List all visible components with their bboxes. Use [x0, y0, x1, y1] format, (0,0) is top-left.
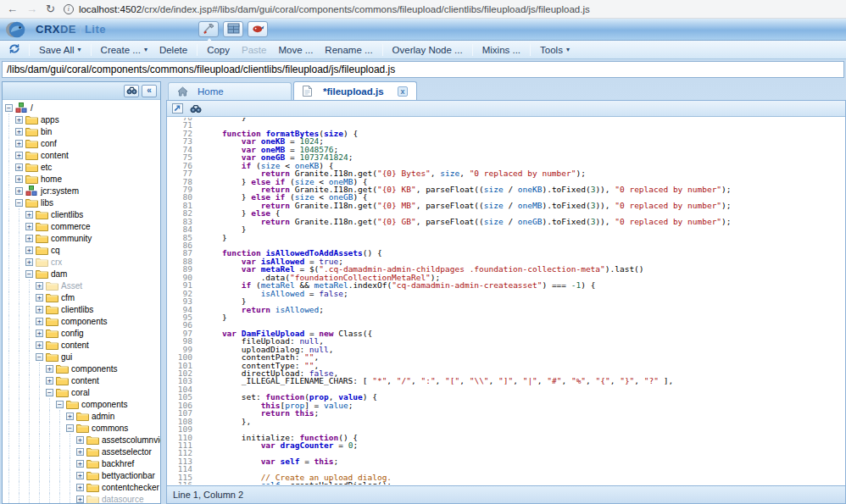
copy-button[interactable]: Copy	[201, 43, 236, 57]
tree-node-backhref[interactable]: +backhref	[3, 457, 160, 469]
expand-icon[interactable]: +	[76, 436, 84, 444]
expand-icon[interactable]: +	[25, 235, 33, 242]
info-icon[interactable]: i	[64, 4, 74, 14]
expand-icon[interactable]: +	[25, 223, 33, 230]
tree-node-etc[interactable]: +etc	[3, 161, 160, 173]
collapse-icon[interactable]: −	[46, 389, 53, 396]
tree-node-bettyactionbar[interactable]: +bettyactionbar	[3, 469, 160, 481]
expand-icon[interactable]: +	[25, 258, 33, 266]
reload-icon[interactable]: ↻	[46, 3, 55, 14]
tree-node-clientlibs[interactable]: +clientlibs	[3, 208, 160, 220]
tools-button[interactable]: Tools▾	[534, 43, 576, 57]
delete-button[interactable]: Delete	[153, 43, 193, 57]
expand-icon[interactable]: +	[15, 140, 23, 147]
tree-node-crx[interactable]: +crx	[3, 256, 160, 268]
url-field[interactable]: i localhost:4502/crx/de/index.jsp#/libs/…	[64, 2, 839, 17]
tree-node-apps[interactable]: +apps	[3, 114, 160, 125]
package-manager-button[interactable]	[223, 21, 243, 37]
node-path-input[interactable]	[2, 61, 844, 78]
tree-node-conf[interactable]: +conf	[3, 137, 160, 149]
package-share-button[interactable]	[248, 21, 268, 37]
back-icon[interactable]: ←	[7, 3, 18, 14]
collapse-icon[interactable]: −	[15, 199, 23, 207]
expand-icon[interactable]: +	[15, 116, 23, 124]
tree-node-assetscolumnview[interactable]: +assetscolumnview	[3, 434, 160, 446]
expand-icon[interactable]: +	[66, 413, 74, 420]
tree-node-config[interactable]: +config	[3, 327, 160, 339]
refresh-icon[interactable]	[5, 42, 24, 57]
close-icon[interactable]: x	[398, 86, 408, 97]
expand-icon[interactable]: +	[36, 282, 43, 290]
tree-node-datasource[interactable]: +datasource	[3, 493, 160, 503]
expand-icon[interactable]: +	[76, 484, 84, 491]
tree-indent-guide	[8, 410, 15, 422]
tree-indent-guide	[19, 303, 25, 315]
expand-icon[interactable]: +	[36, 294, 43, 302]
expand-icon[interactable]: +	[15, 152, 23, 159]
tree-node-content[interactable]: +content	[3, 149, 160, 161]
expand-icon[interactable]: +	[36, 306, 43, 313]
document-action-icon[interactable]	[170, 102, 185, 115]
tree-node-clientlibs[interactable]: +clientlibs	[3, 303, 160, 315]
tree-node-jcr-system[interactable]: +jcr:system	[3, 185, 160, 197]
mixins-button[interactable]: Mixins ...	[476, 43, 526, 57]
find-icon[interactable]	[188, 102, 203, 115]
move-button[interactable]: Move ...	[272, 43, 319, 57]
search-icon[interactable]	[124, 85, 139, 97]
expand-icon[interactable]: +	[25, 246, 33, 254]
tree-node-libs[interactable]: −libs	[3, 197, 160, 208]
tree-node-gui[interactable]: −gui	[3, 351, 160, 363]
overlay-node-button[interactable]: Overlay Node ...	[387, 43, 469, 57]
collapse-icon[interactable]: −	[5, 104, 13, 112]
create-button[interactable]: Create ...▾	[95, 43, 153, 57]
tree-node-admin[interactable]: +admin	[3, 410, 160, 422]
expand-icon[interactable]: +	[76, 448, 84, 456]
folder-icon	[25, 197, 38, 208]
page-url[interactable]: localhost:4502/crx/de/index.jsp#/libs/da…	[79, 4, 590, 14]
expand-icon[interactable]: +	[46, 377, 53, 385]
tree-node-home[interactable]: +home	[3, 173, 160, 185]
tree-node-commerce[interactable]: +commerce	[3, 220, 160, 232]
tree-node-content[interactable]: +content	[3, 374, 160, 386]
crxde-mode-button[interactable]	[198, 21, 219, 37]
expand-icon[interactable]: +	[36, 330, 43, 337]
tree-node-cfm[interactable]: +cfm	[3, 291, 160, 303]
code-editor[interactable]: 70 }7172 function formatBytes(size) {73 …	[167, 118, 845, 485]
paste-button[interactable]: Paste	[236, 43, 272, 57]
tree-node-dam[interactable]: −dam	[3, 268, 160, 280]
tree-node-contentchecker[interactable]: +contentchecker	[3, 481, 160, 493]
collapse-icon[interactable]: −	[56, 401, 64, 408]
tree-node-components[interactable]: +components	[3, 315, 160, 327]
tree-node-asset[interactable]: +Asset	[3, 280, 160, 291]
expand-icon[interactable]: +	[36, 318, 43, 325]
expand-icon[interactable]: +	[46, 365, 53, 373]
collapse-icon[interactable]: −	[25, 270, 33, 278]
tree-node-components[interactable]: −components	[3, 398, 160, 410]
expand-icon[interactable]: +	[15, 163, 23, 171]
tree-node-bin[interactable]: +bin	[3, 125, 160, 137]
forward-icon[interactable]: →	[26, 3, 37, 14]
tree-node-cq[interactable]: +cq	[3, 244, 160, 256]
tree-node-coral[interactable]: −coral	[3, 386, 160, 398]
tree-node-content[interactable]: +content	[3, 339, 160, 351]
save-all-button[interactable]: Save All▾	[33, 43, 87, 57]
tree-node-commons[interactable]: −commons	[3, 422, 160, 434]
expand-icon[interactable]: +	[15, 128, 23, 136]
expand-icon[interactable]: +	[76, 460, 84, 468]
tree-node-components[interactable]: +components	[3, 363, 160, 374]
collapse-icon[interactable]: −	[36, 353, 43, 361]
tree-node-community[interactable]: +community	[3, 232, 160, 244]
tree-node-assetselector[interactable]: +assetselector	[3, 446, 160, 457]
expand-icon[interactable]: +	[15, 175, 23, 183]
rename-button[interactable]: Rename ...	[319, 43, 378, 57]
expand-icon[interactable]: +	[15, 187, 23, 195]
expand-icon[interactable]: +	[36, 341, 43, 349]
tab--fileupload.js[interactable]: *fileupload.jsx	[293, 81, 417, 100]
tab-home[interactable]: Home	[168, 82, 292, 100]
collapse-panel-icon[interactable]: «	[142, 85, 157, 97]
expand-icon[interactable]: +	[25, 211, 33, 219]
expand-icon[interactable]: +	[76, 472, 84, 479]
collapse-icon[interactable]: −	[66, 424, 74, 432]
expand-icon[interactable]: +	[76, 496, 84, 503]
tree-node--[interactable]: −/	[3, 102, 160, 114]
